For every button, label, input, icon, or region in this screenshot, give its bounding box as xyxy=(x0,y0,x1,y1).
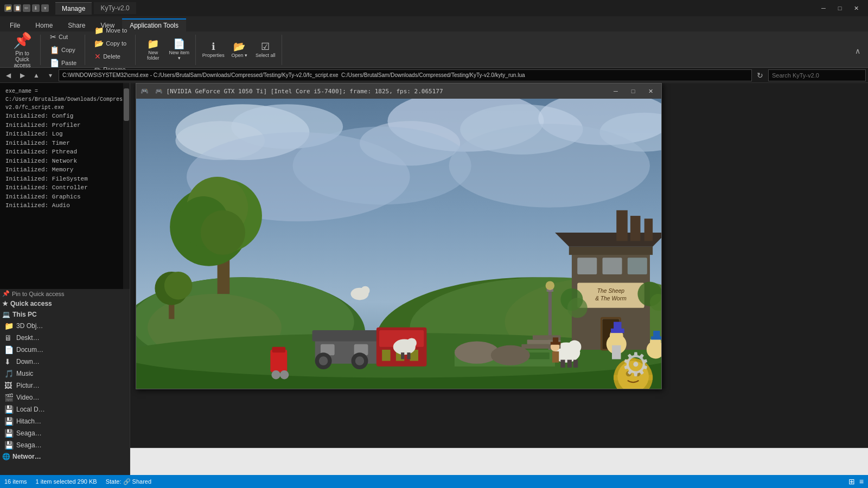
sidebar-item-downloads[interactable]: ⬇ Down… xyxy=(0,356,130,368)
ribbon-collapse-button[interactable]: ∧ xyxy=(852,45,864,57)
svg-rect-75 xyxy=(567,360,572,368)
search-input[interactable] xyxy=(768,69,866,81)
tab-home[interactable]: Home xyxy=(28,20,60,31)
recent-locations-button[interactable]: ▾ xyxy=(44,69,56,81)
pin-quickaccess-area[interactable]: 📌 Pin to Quick access xyxy=(0,289,130,298)
delete-button[interactable]: ✕ Delete xyxy=(91,50,131,62)
sidebar-section-quickaccess[interactable]: ★ Quick access xyxy=(0,298,130,309)
sidebar-item-localdisk[interactable]: 💾 Local D… xyxy=(0,403,130,415)
svg-text:& The Worm: & The Worm xyxy=(595,296,627,301)
cut-button[interactable]: ✂ Cut xyxy=(46,31,80,43)
address-input[interactable] xyxy=(59,69,752,81)
svg-point-55 xyxy=(319,356,328,365)
new-item-button[interactable]: 📄 New item ▾ xyxy=(167,36,191,63)
downloads-icon: ⬇ xyxy=(4,357,14,366)
move-icon: 📁 xyxy=(94,26,104,35)
game-canvas: The Sheep & The Worm xyxy=(136,99,661,389)
game-window: 🎮 🎮 [NVIDIA GeForce GTX 1050 Ti] [Intel … xyxy=(136,83,662,389)
sidebar-item-seagate2[interactable]: 💾 Seaga… xyxy=(0,439,130,451)
tab-kyty[interactable]: KyTy-v2.0 xyxy=(94,2,136,14)
properties-button[interactable]: ℹ Properties xyxy=(201,36,225,63)
move-to-button[interactable]: 📁 Move to xyxy=(91,24,131,36)
sidebar-item-videos[interactable]: 🎬 Video… xyxy=(0,391,130,403)
state-info: State: 🔗 Shared xyxy=(106,478,151,485)
sidebar-item-pictures[interactable]: 🖼 Pictur… xyxy=(0,380,130,391)
paste-icon: 📄 xyxy=(50,59,59,67)
svg-point-73 xyxy=(568,340,582,354)
copy-label: Copy xyxy=(61,47,75,53)
tb-icon4: ⬇ xyxy=(32,4,40,12)
cmd-scrollbar[interactable] xyxy=(123,83,130,289)
refresh-button[interactable]: ↻ xyxy=(754,69,766,81)
tab-share[interactable]: Share xyxy=(60,20,93,31)
back-button[interactable]: ◀ xyxy=(2,69,14,81)
videos-label: Video… xyxy=(16,394,39,401)
sidebar-item-desktop[interactable]: 🖥 Deskt… xyxy=(0,332,130,344)
seagate2-label: Seaga… xyxy=(16,441,42,449)
svg-rect-76 xyxy=(573,360,578,368)
svg-point-10 xyxy=(293,126,471,204)
game-maximize-button[interactable]: □ xyxy=(627,86,640,97)
select-all-icon: ☑ xyxy=(261,42,270,52)
sidebar-item-documents[interactable]: 📄 Docum… xyxy=(0,344,130,356)
game-title-text: 🎮 [NVIDIA GeForce GTX 1050 Ti] [Intel Co… xyxy=(155,88,605,95)
tab-manage[interactable]: Manage xyxy=(55,2,92,15)
cmd-line-0: exe_name = C:/Users/BrutalSam/Downloads/… xyxy=(5,87,124,112)
sidebar-item-hitachi[interactable]: 💾 Hitach… xyxy=(0,415,130,427)
svg-rect-80 xyxy=(407,352,410,359)
3dobjects-label: 3D Obj… xyxy=(16,322,43,330)
svg-text:The Sheep: The Sheep xyxy=(597,288,625,294)
new-folder-button[interactable]: 📁 Newfolder xyxy=(141,36,165,63)
paste-button[interactable]: 📄 Paste xyxy=(46,57,80,69)
svg-point-44 xyxy=(567,298,588,318)
svg-point-82 xyxy=(361,286,369,295)
hitachi-icon: 💾 xyxy=(4,417,14,426)
this-pc-label: This PC xyxy=(12,311,37,318)
svg-point-11 xyxy=(449,124,650,207)
localdisk-label: Local D… xyxy=(16,406,45,413)
desktop-icon: 🖥 xyxy=(4,333,14,342)
hitachi-label: Hitach… xyxy=(16,418,41,425)
sidebar-item-seagate1[interactable]: 💾 Seaga… xyxy=(0,427,130,439)
network-icon: 🌐 xyxy=(2,453,10,460)
svg-rect-74 xyxy=(560,360,565,368)
tab-file[interactable]: File xyxy=(2,20,28,31)
game-icon: 🎮 xyxy=(141,87,149,95)
paste-label: Paste xyxy=(61,60,76,66)
new-item-label: New item ▾ xyxy=(168,50,190,61)
sidebar-section-thispc[interactable]: 💻 This PC xyxy=(0,309,130,320)
minimize-button[interactable]: ─ xyxy=(816,2,831,14)
tab-application-tools[interactable]: Application Tools xyxy=(122,18,186,31)
tb-icon2: 📋 xyxy=(14,4,21,12)
copy-button[interactable]: 📋 Copy xyxy=(46,44,80,56)
copy-icon: 📋 xyxy=(50,46,59,54)
details-view-button[interactable]: ⊞ xyxy=(848,477,855,486)
sidebar-section-network[interactable]: 🌐 Networ… xyxy=(0,451,130,462)
forward-button[interactable]: ▶ xyxy=(16,69,28,81)
ribbon-group-quickaccess: 📌 Pin to Quick access xyxy=(4,35,41,65)
ribbon-group-clipboard: ✂ Cut 📋 Copy 📄 Paste xyxy=(42,35,85,65)
cmd-line-8: Initialized: FileSystem xyxy=(5,175,124,184)
svg-point-78 xyxy=(406,338,417,348)
svg-point-104 xyxy=(271,370,280,379)
svg-rect-37 xyxy=(628,258,647,274)
list-view-button[interactable]: ≡ xyxy=(859,477,864,486)
maximize-button[interactable]: □ xyxy=(832,2,847,14)
select-all-button[interactable]: ☑ Select all xyxy=(253,36,277,63)
up-button[interactable]: ▲ xyxy=(30,69,42,81)
game-minimize-button[interactable]: ─ xyxy=(609,86,622,97)
close-button[interactable]: ✕ xyxy=(848,2,864,14)
sidebar-item-music[interactable]: 🎵 Music xyxy=(0,368,130,380)
sidebar-item-3dobjects[interactable]: 📁 3D Obj… xyxy=(0,320,130,332)
status-right: ⊞ ≡ xyxy=(848,477,864,486)
open-button[interactable]: 📂 Open ▾ xyxy=(227,36,251,63)
seagate2-icon: 💾 xyxy=(4,441,14,450)
svg-rect-101 xyxy=(553,337,558,342)
copy-to-button[interactable]: 📂 Copy to xyxy=(91,37,131,49)
selected-info: 1 item selected 290 KB xyxy=(36,478,97,485)
copy-to-label: Copy to xyxy=(106,40,126,47)
delete-icon: ✕ xyxy=(94,52,101,61)
game-close-button[interactable]: ✕ xyxy=(644,86,657,97)
svg-rect-32 xyxy=(616,210,628,241)
ribbon-group-open: ℹ Properties 📂 Open ▾ ☑ Select all xyxy=(197,35,282,65)
